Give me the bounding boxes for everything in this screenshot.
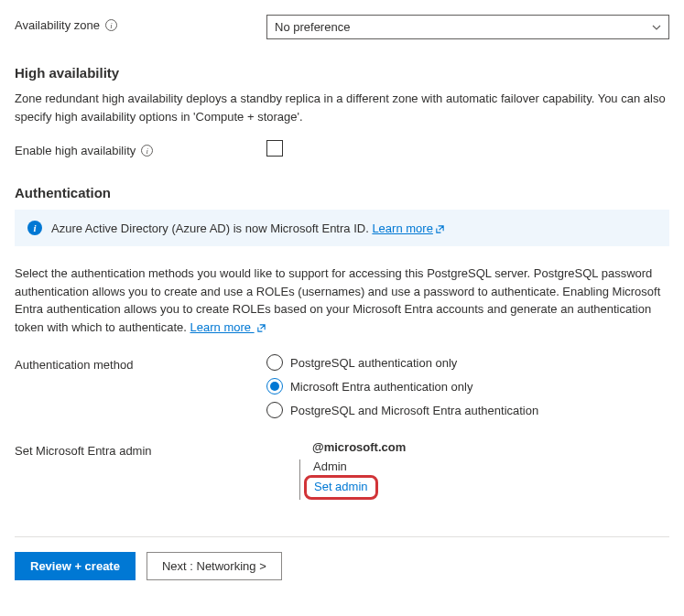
external-link-icon [256, 323, 266, 333]
high-availability-description: Zone redundant high availability deploys… [15, 90, 669, 125]
set-admin-link[interactable]: Set admin [314, 480, 368, 493]
auth-learn-more-link[interactable]: Learn more [190, 320, 266, 334]
radio-both[interactable]: PostgreSQL and Microsoft Entra authentic… [266, 402, 669, 418]
set-admin-highlight: Set admin [304, 475, 378, 500]
radio-label: Microsoft Entra authentication only [290, 380, 472, 394]
footer: Review + create Next : Networking > [15, 536, 669, 580]
radio-icon [266, 402, 283, 418]
radio-postgres-only[interactable]: PostgreSQL authentication only [266, 354, 669, 371]
next-networking-button[interactable]: Next : Networking > [147, 552, 282, 580]
availability-zone-select[interactable]: No preference [266, 15, 669, 39]
availability-zone-label: Availability zone [15, 18, 100, 32]
admin-email: @microsoft.com [312, 440, 669, 454]
radio-entra-only[interactable]: Microsoft Entra authentication only [266, 378, 669, 394]
banner-learn-more-link[interactable]: Learn more [372, 222, 444, 235]
set-entra-admin-label: Set Microsoft Entra admin [15, 444, 152, 458]
external-link-icon [435, 224, 445, 234]
radio-label: PostgreSQL and Microsoft Entra authentic… [290, 404, 538, 417]
info-banner: i Azure Active Directory (Azure AD) is n… [15, 210, 669, 246]
radio-icon [266, 378, 283, 394]
high-availability-heading: High availability [15, 65, 669, 81]
enable-ha-checkbox[interactable] [266, 140, 283, 157]
admin-role: Admin [313, 459, 669, 473]
radio-label: PostgreSQL authentication only [290, 356, 457, 370]
availability-zone-value: No preference [275, 20, 350, 34]
info-icon: i [27, 221, 42, 235]
info-icon[interactable]: i [105, 19, 117, 31]
info-icon[interactable]: i [141, 145, 153, 157]
radio-icon [266, 354, 283, 371]
authentication-heading: Authentication [15, 185, 669, 200]
authentication-description: Select the authentication methods you wo… [15, 265, 669, 336]
banner-text: Azure Active Directory (Azure AD) is now… [51, 222, 372, 235]
auth-method-label: Authentication method [15, 358, 133, 372]
enable-ha-label: Enable high availability [15, 144, 136, 157]
chevron-down-icon [652, 23, 661, 32]
review-create-button[interactable]: Review + create [15, 552, 136, 580]
